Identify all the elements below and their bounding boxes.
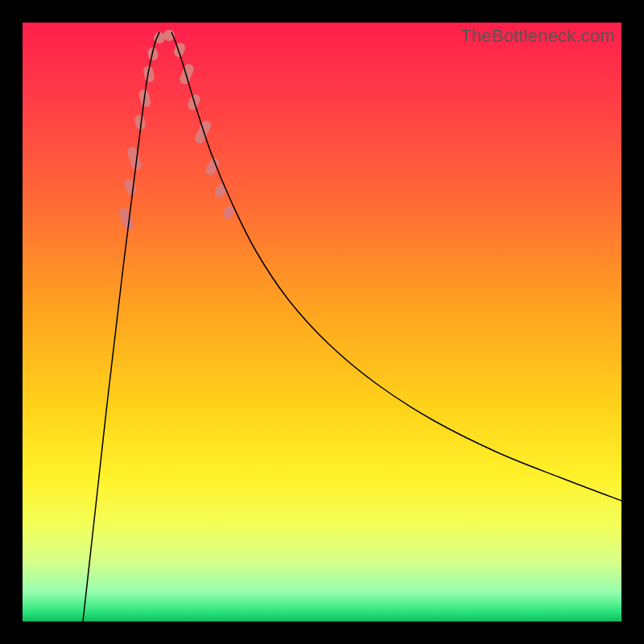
data-marker (123, 178, 138, 196)
data-marker (204, 156, 221, 176)
curve-right (171, 32, 621, 501)
data-marker (179, 63, 196, 86)
curve-left (83, 32, 159, 621)
data-marker (172, 41, 186, 58)
chart-frame: TheBottleneck.com (23, 23, 621, 621)
curve-layer (23, 23, 621, 621)
data-marker (126, 146, 143, 171)
data-marker (193, 119, 213, 145)
plot-area: TheBottleneck.com (23, 23, 621, 621)
marker-group (118, 30, 236, 231)
watermark-text: TheBottleneck.com (460, 26, 615, 47)
data-marker (118, 207, 135, 231)
